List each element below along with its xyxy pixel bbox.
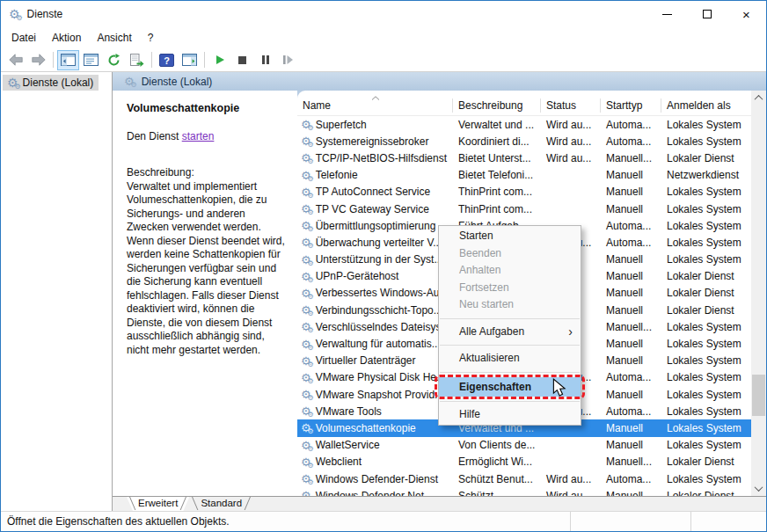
table-row[interactable]: ⚙SuperfetchVerwaltet und ...Wird au...Au… xyxy=(297,116,751,133)
table-row[interactable]: ⚙TelefonieBietet Telefoni...ManuellNetzw… xyxy=(297,167,751,184)
selected-service-title: Volumeschattenkopie xyxy=(127,102,285,116)
scroll-down-button[interactable] xyxy=(751,481,766,496)
service-gear-icon: ⚙ xyxy=(301,355,311,367)
menu-item-alle-aufgaben[interactable]: Alle Aufgaben› xyxy=(439,324,581,341)
cell-name: ⚙TP AutoConnect Service xyxy=(297,184,453,200)
tab-erweitert[interactable]: Erweitert xyxy=(127,497,189,511)
column-header-starttyp[interactable]: Starttyp xyxy=(601,96,661,115)
table-row[interactable]: ⚙Windows Defender Net...Schützt...Wird a… xyxy=(297,487,751,496)
service-gear-icon: ⚙ xyxy=(301,304,311,316)
cell-name: ⚙Überwachung verteilter V... xyxy=(297,234,453,251)
menu-ansicht[interactable]: Ansicht xyxy=(89,29,139,47)
menu-item-eigenschaften[interactable]: Eigenschaften xyxy=(439,377,581,397)
service-name: Systemereignissebroker xyxy=(316,135,429,148)
service-name: Superfetch xyxy=(316,119,367,131)
service-gear-icon: ⚙ xyxy=(301,339,311,350)
cell-name: ⚙UPnP-Gerätehost xyxy=(297,268,453,285)
cell-start: Manuell xyxy=(601,167,661,184)
cell-name: ⚙Übermittlungsoptimierung xyxy=(297,217,453,234)
cell-start: Manuell... xyxy=(601,149,661,166)
service-gear-icon: ⚙ xyxy=(301,254,311,266)
cell-status xyxy=(541,200,601,217)
service-name: Verschlüsselndes Dateisys... xyxy=(316,321,450,333)
minimize-icon xyxy=(662,14,672,15)
table-row[interactable]: ⚙TP VC Gateway ServiceThinPrint com...Ma… xyxy=(297,200,751,217)
service-name: TP AutoConnect Service xyxy=(316,186,431,198)
show-action-pane-button[interactable] xyxy=(179,50,201,70)
vertical-scrollbar[interactable] xyxy=(751,91,766,496)
service-gear-icon: ⚙ xyxy=(301,152,311,164)
mouse-cursor-icon xyxy=(552,378,566,403)
cell-besch: Bietet Telefoni... xyxy=(453,167,541,184)
table-row[interactable]: ⚙TP AutoConnect ServiceThinPrint com...M… xyxy=(297,184,751,200)
menu-item-fortsetzen[interactable]: Fortsetzen xyxy=(439,280,581,297)
menu-item-label: Anhalten xyxy=(459,264,500,276)
menu-datei[interactable]: Datei xyxy=(4,29,44,47)
tab-standard[interactable]: Standard xyxy=(189,497,253,511)
table-row[interactable]: ⚙WalletServiceVon Clients de...ManuellLo… xyxy=(297,437,751,454)
menu-item-anhalten[interactable]: Anhalten xyxy=(439,262,581,280)
scrollbar-thumb[interactable] xyxy=(752,375,765,416)
menu-item-neu-starten[interactable]: Neu starten xyxy=(439,296,581,314)
menu-item-label: Fortsetzen xyxy=(459,281,509,294)
cell-name: ⚙Verwaltung für automatis... xyxy=(297,335,453,352)
properties-button[interactable] xyxy=(80,50,102,70)
cell-anmelden: Lokales System xyxy=(661,116,751,133)
export-list-button[interactable] xyxy=(126,50,148,70)
column-header-beschreibung[interactable]: Beschreibung xyxy=(453,96,541,115)
service-name: TCP/IP-NetBIOS-Hilfsdienst xyxy=(316,152,447,164)
column-header-anmelden-als[interactable]: Anmelden als xyxy=(661,96,751,115)
start-service-button[interactable] xyxy=(208,50,230,70)
chevron-down-icon xyxy=(755,483,763,492)
service-gear-icon: ⚙ xyxy=(301,422,311,434)
table-row[interactable]: ⚙SystemereignissebrokerKoordiniert di...… xyxy=(297,133,751,149)
minimize-button[interactable] xyxy=(647,1,687,27)
forward-button[interactable] xyxy=(27,50,49,70)
cell-besch: ThinPrint com... xyxy=(453,200,541,217)
cell-besch: Schützt Benut... xyxy=(453,470,541,487)
resume-service-button[interactable] xyxy=(277,50,299,70)
menu-item-aktualisieren[interactable]: Aktualisieren xyxy=(439,350,581,368)
toolbar: ? xyxy=(1,48,766,72)
service-gear-icon: ⚙ xyxy=(301,405,311,417)
menu-item-label: Starten xyxy=(459,230,493,242)
menu-aktion[interactable]: Aktion xyxy=(44,29,89,47)
column-header-status[interactable]: Status xyxy=(541,96,601,115)
back-button[interactable] xyxy=(4,50,26,70)
cell-status: Wird au... xyxy=(541,116,601,133)
cell-anmelden: Lokales System xyxy=(661,184,751,200)
tree-item-dienste-lokal[interactable]: ⚙ Dienste (Lokal) xyxy=(3,75,99,91)
sort-ascending-icon xyxy=(371,91,379,103)
cell-status: Wird au... xyxy=(541,470,601,487)
table-row[interactable]: ⚙TCP/IP-NetBIOS-HilfsdienstBietet Unters… xyxy=(297,149,751,166)
service-name: Volumeschattenkopie xyxy=(316,422,416,434)
svg-text:?: ? xyxy=(164,55,170,65)
start-service-link[interactable]: starten xyxy=(182,130,215,142)
show-console-tree-button[interactable] xyxy=(57,50,79,70)
cell-anmelden: Lokales System xyxy=(661,200,751,217)
menu-item-hilfe[interactable]: Hilfe xyxy=(439,406,581,424)
maximize-button[interactable] xyxy=(687,1,727,27)
help-button[interactable]: ? xyxy=(156,50,178,70)
table-row[interactable]: ⚙WebclientErmöglicht Wi...Manuell...Loka… xyxy=(297,454,751,470)
scroll-up-button[interactable] xyxy=(751,91,766,106)
window-title: Dienste xyxy=(27,8,63,20)
refresh-button[interactable] xyxy=(103,50,125,70)
menu-help[interactable]: ? xyxy=(140,29,162,47)
cell-name: ⚙VMware Physical Disk He... xyxy=(297,369,453,386)
list-header: Name Beschreibung Status Starttyp Anmeld… xyxy=(297,91,751,116)
cell-anmelden: Lokales System xyxy=(661,386,751,403)
close-button[interactable]: × xyxy=(727,1,766,27)
description-text: Verwaltet und implementiert Volumeschatt… xyxy=(127,180,285,358)
services-gear-icon: ⚙ xyxy=(7,77,18,89)
cell-name: ⚙TP VC Gateway Service xyxy=(297,200,453,217)
cell-anmelden: Lokales System xyxy=(661,470,751,487)
column-header-name[interactable]: Name xyxy=(297,96,453,115)
pause-service-button[interactable] xyxy=(254,50,276,70)
service-gear-icon: ⚙ xyxy=(301,170,311,181)
menu-item-beenden[interactable]: Beenden xyxy=(439,245,581,263)
stop-service-button[interactable] xyxy=(231,50,253,70)
menu-item-starten[interactable]: Starten xyxy=(439,228,581,245)
table-row[interactable]: ⚙Windows Defender-DienstSchützt Benut...… xyxy=(297,470,751,487)
title-bar[interactable]: ⚙ Dienste × xyxy=(1,1,766,27)
